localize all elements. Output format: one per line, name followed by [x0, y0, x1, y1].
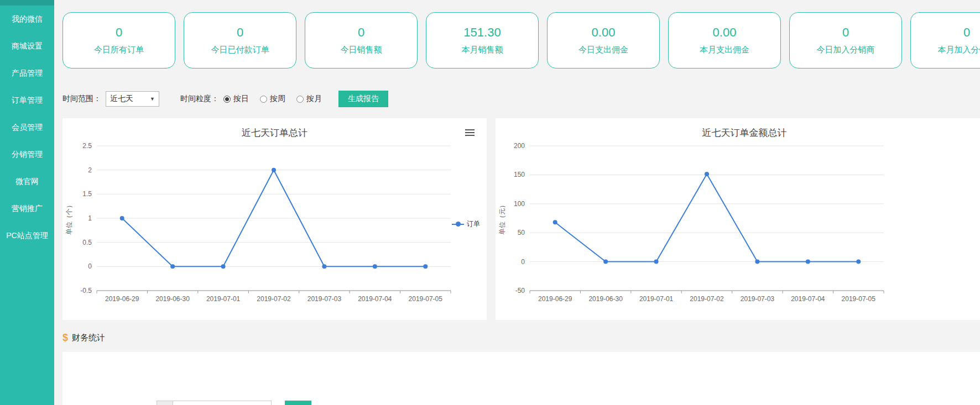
- stat-label: 今日加入分销商: [817, 45, 875, 55]
- svg-text:2019-06-29: 2019-06-29: [105, 295, 139, 303]
- stat-label: 今日销售额: [341, 45, 382, 55]
- chart-menu-icon[interactable]: [465, 129, 475, 136]
- svg-text:2: 2: [88, 166, 92, 174]
- chart-svg: 200150100500-502019-06-292019-06-302019-…: [496, 141, 890, 314]
- stat-value: 151.30: [463, 25, 501, 40]
- svg-text:单位（个）: 单位（个）: [65, 202, 73, 235]
- sidebar-item-6[interactable]: 分销管理: [0, 141, 54, 168]
- finance-action-button[interactable]: [285, 401, 311, 405]
- stat-label: 今日支出佣金: [578, 45, 628, 55]
- radio-option-3[interactable]: 按月: [296, 94, 322, 104]
- stat-value: 0: [842, 25, 849, 40]
- filter-bar: 时间范围： 近七天 ▼ 时间粒度： 按日按周按月 生成报告: [62, 91, 980, 107]
- amount-chart-panel: 近七天订单金额总计 200150100500-502019-06-292019-…: [496, 118, 980, 320]
- finance-panel: [62, 352, 980, 405]
- sidebar-menu: 我的微信商城设置产品管理订单管理会员管理分销管理微官网营销推广PC站点管理: [0, 6, 54, 249]
- svg-text:0: 0: [521, 258, 525, 266]
- app-root: 我的微信商城设置产品管理订单管理会员管理分销管理微官网营销推广PC站点管理 0今…: [0, 0, 980, 405]
- stat-value: 0.00: [592, 25, 616, 40]
- radio-unchecked-icon: [260, 96, 267, 103]
- svg-text:-0.5: -0.5: [80, 287, 92, 294]
- sidebar-item-1[interactable]: 我的微信: [0, 6, 54, 33]
- chart-svg: 2.521.510.50-0.52019-06-292019-06-302019…: [62, 141, 457, 314]
- svg-text:2019-07-03: 2019-07-03: [307, 295, 342, 303]
- svg-text:单位（元）: 单位（元）: [498, 202, 506, 235]
- svg-text:1: 1: [88, 214, 92, 222]
- legend-label: 订单: [467, 219, 480, 229]
- stat-card-7: 0今日加入分销商: [789, 12, 902, 69]
- granularity-label: 时间粒度：: [180, 94, 219, 104]
- stat-value: 0: [237, 25, 243, 40]
- radio-unchecked-icon: [296, 96, 304, 103]
- generate-report-button[interactable]: 生成报告: [338, 91, 388, 107]
- svg-text:2019-06-30: 2019-06-30: [155, 295, 190, 303]
- svg-text:2019-07-05: 2019-07-05: [409, 295, 443, 303]
- svg-text:2019-07-04: 2019-07-04: [358, 295, 392, 303]
- stat-card-3: 0今日销售额: [305, 12, 418, 69]
- svg-text:50: 50: [518, 229, 525, 236]
- radio-label: 按月: [306, 94, 322, 104]
- svg-text:2019-07-04: 2019-07-04: [791, 295, 825, 303]
- sidebar: 我的微信商城设置产品管理订单管理会员管理分销管理微官网营销推广PC站点管理: [0, 0, 54, 405]
- radio-label: 按周: [270, 94, 285, 104]
- time-range-select[interactable]: 近七天 ▼: [106, 91, 159, 107]
- stat-label: 本月加入分销商: [938, 45, 980, 55]
- svg-text:2019-07-02: 2019-07-02: [690, 295, 724, 303]
- svg-text:-50: -50: [515, 287, 525, 294]
- legend-line-icon: [452, 224, 464, 225]
- amount-chart-title: 近七天订单金额总计: [496, 118, 980, 139]
- svg-text:0: 0: [88, 262, 92, 270]
- stat-label: 本月支出佣金: [700, 45, 749, 55]
- sidebar-item-2[interactable]: 商城设置: [0, 33, 54, 60]
- svg-text:1.5: 1.5: [82, 190, 92, 198]
- svg-text:2019-07-01: 2019-07-01: [206, 295, 241, 303]
- finance-form-row: [62, 352, 980, 405]
- finance-title: 财务统计: [72, 333, 105, 343]
- stat-label: 本月销售额: [462, 45, 503, 55]
- charts-row: 近七天订单总计 2.521.510.50-0.52019-06-292019-0…: [62, 118, 980, 320]
- orders-line-chart: 2.521.510.50-0.52019-06-292019-06-302019…: [62, 141, 487, 316]
- time-range-value: 近七天: [110, 94, 133, 104]
- svg-text:2019-07-02: 2019-07-02: [257, 295, 291, 303]
- stat-value: 0.00: [713, 25, 737, 40]
- stat-label: 今日所有订单: [94, 45, 144, 55]
- svg-text:2019-07-05: 2019-07-05: [842, 295, 876, 303]
- sidebar-item-9[interactable]: PC站点管理: [0, 222, 54, 249]
- orders-chart-legend[interactable]: 订单: [452, 219, 480, 229]
- dollar-icon: $: [62, 332, 68, 344]
- granularity-radio-group: 按日按周按月: [223, 94, 322, 104]
- radio-option-2[interactable]: 按周: [260, 94, 285, 104]
- stat-card-8: 0本月加入分销商: [910, 12, 980, 69]
- svg-text:2019-06-29: 2019-06-29: [538, 295, 572, 303]
- svg-text:150: 150: [514, 171, 525, 178]
- sidebar-item-8[interactable]: 营销推广: [0, 195, 54, 222]
- sidebar-item-4[interactable]: 订单管理: [0, 87, 54, 114]
- stat-card-4: 151.30本月销售额: [426, 12, 539, 69]
- sidebar-item-5[interactable]: 会员管理: [0, 114, 54, 141]
- svg-text:2019-07-03: 2019-07-03: [741, 295, 775, 303]
- svg-text:100: 100: [514, 200, 525, 208]
- time-range-label: 时间范围：: [62, 94, 101, 104]
- amount-line-chart: 200150100500-502019-06-292019-06-302019-…: [496, 141, 980, 316]
- stat-value: 0: [963, 25, 970, 40]
- sidebar-top-sliver: [0, 0, 54, 6]
- stat-card-1: 0今日所有订单: [62, 12, 175, 69]
- radio-option-1[interactable]: 按日: [223, 94, 249, 104]
- stat-card-5: 0.00今日支出佣金: [547, 12, 660, 69]
- svg-text:200: 200: [514, 142, 525, 150]
- stat-value: 0: [358, 25, 364, 40]
- svg-text:0.5: 0.5: [82, 239, 92, 246]
- stat-card-6: 0.00本月支出佣金: [668, 12, 781, 69]
- sidebar-item-3[interactable]: 产品管理: [0, 60, 54, 87]
- finance-input[interactable]: [173, 401, 272, 405]
- svg-text:2.5: 2.5: [82, 142, 92, 150]
- svg-text:2019-06-30: 2019-06-30: [588, 295, 623, 303]
- orders-chart-title: 近七天订单总计: [62, 118, 487, 139]
- sidebar-item-7[interactable]: 微官网: [0, 168, 54, 195]
- orders-chart-panel: 近七天订单总计 2.521.510.50-0.52019-06-292019-0…: [62, 118, 487, 320]
- stat-value: 0: [116, 25, 122, 40]
- radio-label: 按日: [233, 94, 249, 104]
- svg-text:2019-07-01: 2019-07-01: [639, 295, 674, 303]
- main-content: 0今日所有订单0今日已付款订单0今日销售额151.30本月销售额0.00今日支出…: [54, 0, 980, 405]
- chevron-down-icon: ▼: [150, 96, 155, 102]
